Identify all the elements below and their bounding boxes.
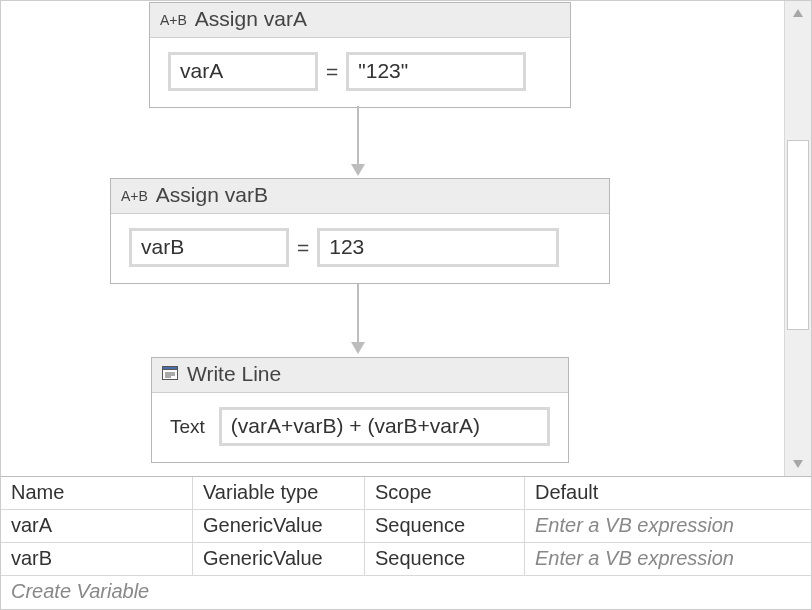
col-header-scope[interactable]: Scope <box>365 477 525 509</box>
variable-type-cell[interactable]: GenericValue <box>193 543 365 575</box>
assign-icon: A+B <box>121 186 148 204</box>
scroll-up-button[interactable] <box>785 1 811 25</box>
variable-row[interactable]: varA GenericValue Sequence Enter a VB ex… <box>1 510 811 543</box>
assign-to-input[interactable]: varA <box>168 52 318 91</box>
variable-scope-cell[interactable]: Sequence <box>365 543 525 575</box>
activity-body: varA = "123" <box>150 38 570 107</box>
variables-panel: Name Variable type Scope Default varA Ge… <box>1 476 811 609</box>
write-line-text-label: Text <box>170 416 205 438</box>
activity-title: Assign varB <box>156 183 268 207</box>
variables-header-row: Name Variable type Scope Default <box>1 477 811 510</box>
write-line-text-input[interactable]: (varA+varB) + (varB+varA) <box>219 407 550 446</box>
variable-default-cell[interactable]: Enter a VB expression <box>525 543 811 575</box>
variable-name-cell[interactable]: varB <box>1 543 193 575</box>
vertical-scrollbar[interactable] <box>784 1 811 476</box>
col-header-default[interactable]: Default <box>525 477 811 509</box>
variable-type-cell[interactable]: GenericValue <box>193 510 365 542</box>
create-variable-row[interactable]: Create Variable <box>1 576 811 609</box>
variable-scope-cell[interactable]: Sequence <box>365 510 525 542</box>
assign-vara-activity[interactable]: A+B Assign varA varA = "123" <box>149 2 571 108</box>
write-line-icon <box>162 366 180 382</box>
assign-varb-activity[interactable]: A+B Assign varB varB = 123 <box>110 178 610 284</box>
variable-row[interactable]: varB GenericValue Sequence Enter a VB ex… <box>1 543 811 576</box>
activity-title: Write Line <box>187 362 281 386</box>
col-header-type[interactable]: Variable type <box>193 477 365 509</box>
assign-icon: A+B <box>160 10 187 28</box>
activity-body: varB = 123 <box>111 214 609 283</box>
assign-value-input[interactable]: "123" <box>346 52 526 91</box>
flow-arrow <box>351 106 365 176</box>
scroll-down-button[interactable] <box>785 452 811 476</box>
workflow-designer: A+B Assign varA varA = "123" <box>0 0 812 610</box>
col-header-name[interactable]: Name <box>1 477 193 509</box>
assign-to-input[interactable]: varB <box>129 228 289 267</box>
designer-canvas[interactable]: A+B Assign varA varA = "123" <box>1 1 784 476</box>
scrollbar-track[interactable] <box>785 25 811 452</box>
scrollbar-thumb[interactable] <box>787 140 809 330</box>
activity-body: Text (varA+varB) + (varB+varA) <box>152 393 568 462</box>
equals-sign: = <box>297 236 309 260</box>
designer-canvas-wrap: A+B Assign varA varA = "123" <box>1 1 811 476</box>
activity-header[interactable]: Write Line <box>152 358 568 393</box>
assign-value-input[interactable]: 123 <box>317 228 559 267</box>
variable-name-cell[interactable]: varA <box>1 510 193 542</box>
flow-arrow <box>351 284 365 354</box>
equals-sign: = <box>326 60 338 84</box>
activity-header[interactable]: A+B Assign varB <box>111 179 609 214</box>
svg-rect-1 <box>163 367 178 370</box>
write-line-activity[interactable]: Write Line Text (varA+varB) + (varB+varA… <box>151 357 569 463</box>
activity-title: Assign varA <box>195 7 307 31</box>
activity-header[interactable]: A+B Assign varA <box>150 3 570 38</box>
variable-default-cell[interactable]: Enter a VB expression <box>525 510 811 542</box>
